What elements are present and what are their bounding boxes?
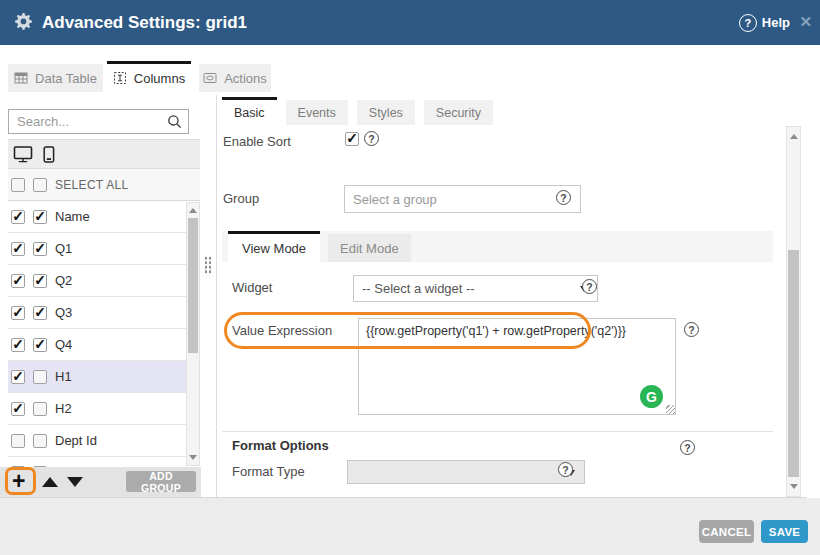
column-row[interactable]: Dept Id bbox=[8, 425, 200, 457]
column-label: H2 bbox=[55, 401, 72, 416]
panel-scrollbar[interactable] bbox=[786, 126, 801, 497]
tab-edit-mode[interactable]: Edit Mode bbox=[328, 234, 411, 262]
tab-events[interactable]: Events bbox=[286, 100, 348, 125]
columns-icon bbox=[113, 71, 127, 85]
dialog-footer bbox=[0, 498, 820, 555]
tab-label: Actions bbox=[224, 71, 267, 86]
group-label: Group bbox=[223, 191, 259, 206]
format-type-label: Format Type bbox=[232, 464, 305, 479]
scroll-down-icon[interactable] bbox=[790, 484, 798, 489]
desktop-checkbox[interactable] bbox=[11, 338, 25, 352]
column-row[interactable]: Q1 bbox=[8, 233, 200, 265]
mobile-checkbox[interactable] bbox=[33, 338, 47, 352]
column-row[interactable]: Budget bbox=[8, 457, 200, 467]
scroll-down-icon[interactable] bbox=[189, 455, 197, 460]
tab-basic[interactable]: Basic bbox=[222, 97, 277, 125]
scrollbar-thumb[interactable] bbox=[788, 250, 799, 477]
panel-divider bbox=[216, 95, 217, 497]
mobile-checkbox[interactable] bbox=[33, 274, 47, 288]
textarea-resize-handle[interactable] bbox=[666, 405, 675, 414]
desktop-checkbox[interactable] bbox=[11, 402, 25, 416]
mode-tabs: View Mode Edit Mode bbox=[222, 231, 773, 262]
desktop-checkbox[interactable] bbox=[11, 274, 25, 288]
enable-sort-checkbox[interactable] bbox=[345, 132, 359, 146]
format-options-divider bbox=[222, 431, 773, 432]
widget-label: Widget bbox=[232, 280, 272, 295]
panel-tabs: Basic Events Styles Security bbox=[222, 97, 493, 125]
close-icon[interactable]: ✕ bbox=[799, 14, 812, 29]
scroll-up-icon[interactable] bbox=[790, 134, 798, 139]
mobile-checkbox[interactable] bbox=[33, 402, 47, 416]
mobile-checkbox[interactable] bbox=[33, 210, 47, 224]
mobile-icon[interactable] bbox=[43, 146, 55, 163]
column-row[interactable]: Q3 bbox=[8, 297, 200, 329]
tab-styles[interactable]: Styles bbox=[357, 100, 415, 125]
desktop-checkbox[interactable] bbox=[11, 306, 25, 320]
data-table-icon bbox=[14, 71, 28, 85]
scroll-up-icon[interactable] bbox=[189, 208, 197, 213]
add-column-button[interactable]: + bbox=[12, 468, 25, 495]
tab-data-table[interactable]: Data Table bbox=[8, 64, 103, 92]
save-button[interactable]: SAVE bbox=[761, 520, 808, 543]
scrollbar-thumb[interactable] bbox=[188, 218, 198, 353]
column-row[interactable]: Q2 bbox=[8, 265, 200, 297]
enable-sort-label: Enable Sort bbox=[223, 134, 291, 149]
panel-splitter-handle[interactable] bbox=[204, 256, 212, 275]
column-row[interactable]: H2 bbox=[8, 393, 200, 425]
format-type-select[interactable] bbox=[347, 460, 585, 484]
search-input[interactable] bbox=[9, 114, 165, 129]
desktop-checkbox[interactable] bbox=[11, 370, 25, 384]
tab-actions[interactable]: Actions bbox=[199, 64, 271, 92]
widget-select[interactable]: -- Select a widget -- bbox=[353, 275, 598, 302]
select-all-desktop-checkbox[interactable] bbox=[11, 178, 25, 192]
desktop-checkbox[interactable] bbox=[11, 210, 25, 224]
column-row[interactable]: H1 bbox=[8, 361, 200, 393]
actions-icon bbox=[203, 71, 217, 85]
mobile-checkbox[interactable] bbox=[33, 370, 47, 384]
help-label: Help bbox=[762, 15, 790, 30]
cancel-button[interactable]: CANCEL bbox=[699, 520, 754, 543]
mobile-checkbox[interactable] bbox=[33, 242, 47, 256]
format-options-help-icon[interactable]: ? bbox=[680, 440, 695, 455]
value-expression-textarea[interactable]: {{row.getProperty('q1') + row.getPropert… bbox=[358, 318, 676, 415]
enable-sort-help-icon[interactable]: ? bbox=[364, 131, 379, 146]
value-expression-help-icon[interactable]: ? bbox=[684, 322, 699, 337]
help-icon: ? bbox=[739, 14, 757, 32]
value-expression-label: Value Expression bbox=[232, 323, 332, 338]
tab-security[interactable]: Security bbox=[424, 100, 493, 125]
mobile-checkbox[interactable] bbox=[33, 306, 47, 320]
dialog-titlebar: Advanced Settings: grid1 ? Help ✕ bbox=[0, 0, 820, 45]
tab-view-mode[interactable]: View Mode bbox=[228, 231, 320, 262]
tab-columns[interactable]: Columns bbox=[107, 61, 191, 92]
column-list-scrollbar[interactable] bbox=[186, 202, 200, 466]
column-list: NameQ1Q2Q3Q4H1H2Dept IdBudget bbox=[8, 201, 200, 467]
column-label: Dept Id bbox=[55, 433, 97, 448]
grammarly-icon[interactable]: G bbox=[640, 385, 663, 408]
desktop-icon[interactable] bbox=[13, 146, 34, 163]
tab-label: Columns bbox=[134, 71, 185, 86]
dialog-title: Advanced Settings: grid1 bbox=[42, 0, 247, 45]
desktop-checkbox[interactable] bbox=[11, 242, 25, 256]
gear-icon bbox=[13, 12, 34, 33]
desktop-checkbox[interactable] bbox=[11, 434, 25, 448]
move-down-button[interactable] bbox=[67, 477, 83, 487]
format-options-label: Format Options bbox=[232, 438, 329, 453]
select-all-row[interactable]: SELECT ALL bbox=[8, 169, 200, 201]
mobile-checkbox[interactable] bbox=[33, 434, 47, 448]
column-label: Q4 bbox=[55, 337, 72, 352]
format-type-help-icon[interactable]: ? bbox=[558, 462, 573, 477]
column-label: Q1 bbox=[55, 241, 72, 256]
help-button[interactable]: ? Help bbox=[739, 0, 790, 45]
column-row[interactable]: Name bbox=[8, 201, 200, 233]
move-up-button[interactable] bbox=[42, 477, 58, 487]
widget-help-icon[interactable]: ? bbox=[582, 279, 597, 294]
search-icon[interactable] bbox=[167, 114, 182, 129]
column-label: Name bbox=[55, 209, 90, 224]
device-filter-row bbox=[8, 139, 200, 169]
group-select[interactable]: Select a group bbox=[344, 185, 581, 213]
group-help-icon[interactable]: ? bbox=[556, 190, 571, 205]
column-row[interactable]: Q4 bbox=[8, 329, 200, 361]
column-label: H1 bbox=[55, 369, 72, 384]
add-group-button[interactable]: ADD GROUP bbox=[126, 471, 196, 492]
select-all-mobile-checkbox[interactable] bbox=[33, 178, 47, 192]
